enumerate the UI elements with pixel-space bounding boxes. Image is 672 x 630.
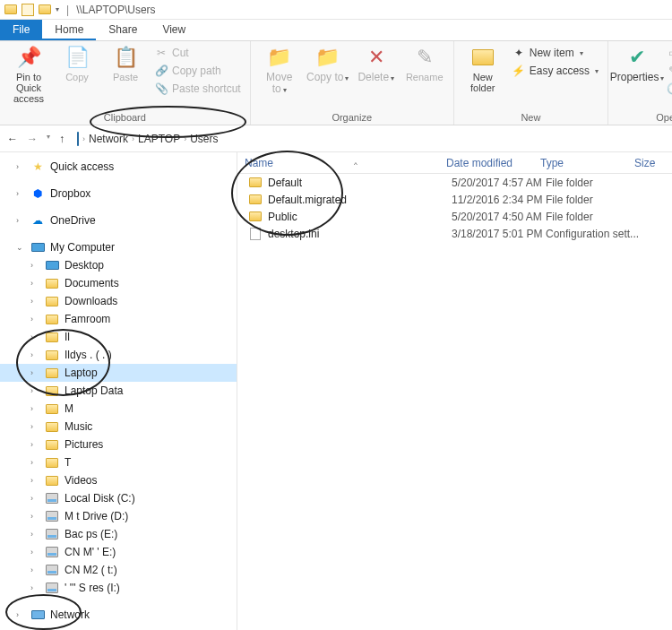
tree-item-laptop-data[interactable]: ›Laptop Data <box>0 382 237 400</box>
file-row-public[interactable]: Public5/20/2017 4:50 AMFile folder <box>237 208 672 225</box>
cloud-icon: ☁ <box>30 213 45 228</box>
tree-onedrive[interactable]: ›☁OneDrive <box>0 211 237 229</box>
delete-button[interactable]: ✕Delete▾ <box>355 45 398 83</box>
file-list-view[interactable]: Name^ Date modified Type Size Default5/2… <box>237 152 672 630</box>
properties-button[interactable]: ✔Properties▾ <box>616 45 659 83</box>
drive-icon <box>45 581 59 595</box>
easy-access-icon: ⚡ <box>512 64 526 78</box>
new-item-button[interactable]: ✦New item▾ <box>510 45 600 61</box>
path-icon: 🔗 <box>154 64 168 78</box>
new-item-icon: ✦ <box>512 46 526 60</box>
tree-item-pictures[interactable]: ›Pictures <box>0 436 237 453</box>
netfolder-icon <box>45 384 59 398</box>
tree-item-ildys-[interactable]: ›Ildys . ( . ) <box>0 346 237 364</box>
tree-item-local-disk-c-[interactable]: ›Local Disk (C:) <box>0 489 237 507</box>
cut-button[interactable]: ✂Cut <box>152 45 243 61</box>
qat-folder-icon[interactable] <box>4 3 18 17</box>
column-headers[interactable]: Name^ Date modified Type Size <box>237 152 672 174</box>
move-to-button[interactable]: 📁Move to▾ <box>258 45 301 95</box>
new-folder-button[interactable]: New folder <box>461 45 504 93</box>
video-icon <box>45 473 59 488</box>
tree-my-computer[interactable]: ⌄My Computer <box>0 238 237 256</box>
tree-item-il[interactable]: ›Il <box>0 328 237 346</box>
tab-file[interactable]: File <box>0 20 42 40</box>
rename-button[interactable]: ✎Rename <box>403 45 446 82</box>
drive-icon <box>45 545 59 559</box>
file-row-default[interactable]: Default5/20/2017 4:57 AMFile folder <box>237 174 672 191</box>
tab-view[interactable]: View <box>150 20 198 40</box>
tree-item--s-res-i-[interactable]: ›' ''' S res (I:) <box>0 579 237 597</box>
tree-network[interactable]: ›Network <box>0 606 237 624</box>
copy-icon: 📄 <box>65 45 90 70</box>
open-icon: ▭ <box>666 46 672 60</box>
separator: | <box>66 4 69 16</box>
group-organize: 📁Move to▾ 📁Copy to▾ ✕Delete▾ ✎Rename Org… <box>251 41 454 125</box>
col-name[interactable]: Name^ <box>237 157 439 169</box>
qat-props-icon[interactable] <box>22 4 34 16</box>
tab-home[interactable]: Home <box>42 20 96 40</box>
tree-item-m[interactable]: ›M <box>0 400 237 418</box>
file-row-default-migrated[interactable]: Default.migrated11/2/2016 2:34 PMFile fo… <box>237 191 672 208</box>
history-button[interactable]: 🕑History <box>664 81 672 97</box>
copy-path-button[interactable]: 🔗Copy path <box>152 63 243 79</box>
tree-item-desktop[interactable]: ›Desktop <box>0 256 237 274</box>
paste-shortcut-button[interactable]: 📎Paste shortcut <box>152 81 243 97</box>
tree-item-t[interactable]: ›T <box>0 453 237 471</box>
folder-icon <box>248 211 263 221</box>
group-new: New folder ✦New item▾ ⚡Easy access▾ New <box>454 41 608 125</box>
col-date[interactable]: Date modified <box>439 157 533 169</box>
netfolder-icon <box>45 348 59 362</box>
star-icon: ★ <box>30 160 45 174</box>
delete-icon: ✕ <box>364 45 389 70</box>
open-button[interactable]: ▭Open▾ <box>664 45 672 61</box>
window-title: \\LAPTOP\Users <box>76 4 155 16</box>
properties-icon: ✔ <box>625 45 650 70</box>
nav-back-button[interactable]: ← <box>7 133 18 145</box>
tree-item-m-t-drive-d-[interactable]: ›M t Drive (D:) <box>0 507 237 525</box>
breadcrumb-laptop[interactable]: LAPTOP <box>138 133 180 145</box>
folder-icon <box>248 177 263 187</box>
move-icon: 📁 <box>267 45 292 70</box>
chevron-icon[interactable]: › <box>132 134 134 143</box>
navigation-pane[interactable]: ›★Quick access ›⬢Dropbox ›☁OneDrive ⌄My … <box>0 152 237 630</box>
breadcrumb-users[interactable]: Users <box>190 133 218 145</box>
nav-recent-button[interactable]: ▾ <box>47 133 50 145</box>
drive-icon <box>45 527 59 541</box>
shortcut-icon: 📎 <box>154 82 168 96</box>
tree-item-cn-m2-t-[interactable]: ›CN M2 ( t:) <box>0 561 237 579</box>
copy-button[interactable]: 📄 Copy <box>56 45 99 82</box>
folder-icon <box>248 194 263 204</box>
col-type[interactable]: Type <box>533 157 627 169</box>
tree-dropbox[interactable]: ›⬢Dropbox <box>0 185 237 203</box>
easy-access-button[interactable]: ⚡Easy access▾ <box>510 63 600 79</box>
tree-item-cn-m-e-[interactable]: ›CN M' ' E:) <box>0 543 237 561</box>
breadcrumb[interactable]: › Network › LAPTOP › Users <box>77 133 219 145</box>
copy-to-button[interactable]: 📁Copy to▾ <box>306 45 349 83</box>
qat-dropdown-icon[interactable]: ▾ <box>56 5 59 13</box>
tree-item-laptop[interactable]: ›Laptop <box>0 364 237 382</box>
chevron-icon[interactable]: › <box>82 134 85 143</box>
file-row-desktop-ini[interactable]: desktop.ini3/18/2017 5:01 PMConfiguratio… <box>237 225 672 242</box>
drive-icon <box>45 509 59 523</box>
chevron-icon[interactable]: › <box>184 134 186 143</box>
nav-up-button[interactable]: ↑ <box>59 133 65 145</box>
tab-share[interactable]: Share <box>96 20 150 40</box>
tree-item-videos[interactable]: ›Videos <box>0 471 237 489</box>
tree-item-music[interactable]: ›Music <box>0 418 237 436</box>
pin-quick-access-button[interactable]: 📌 Pin to Quick access <box>7 45 50 104</box>
nav-forward-button[interactable]: → <box>27 133 38 145</box>
breadcrumb-network[interactable]: Network <box>89 133 128 145</box>
tree-item-documents[interactable]: ›Documents <box>0 274 237 292</box>
paste-button[interactable]: 📋 Paste <box>104 45 147 82</box>
tree-quick-access[interactable]: ›★Quick access <box>0 158 237 176</box>
tree-item-bac-ps-e-[interactable]: ›Bac ps (E:) <box>0 525 237 543</box>
scissors-icon: ✂ <box>154 46 168 60</box>
col-size[interactable]: Size <box>627 157 672 169</box>
qat-new-icon[interactable] <box>38 3 52 17</box>
rename-icon: ✎ <box>412 45 437 70</box>
edit-button[interactable]: ✎Edit <box>664 63 672 79</box>
tree-item-downloads[interactable]: ›Downloads <box>0 292 237 310</box>
history-icon: 🕑 <box>666 82 672 96</box>
tree-item-famroom[interactable]: ›Famroom <box>0 310 237 328</box>
monitor-icon <box>45 258 59 272</box>
